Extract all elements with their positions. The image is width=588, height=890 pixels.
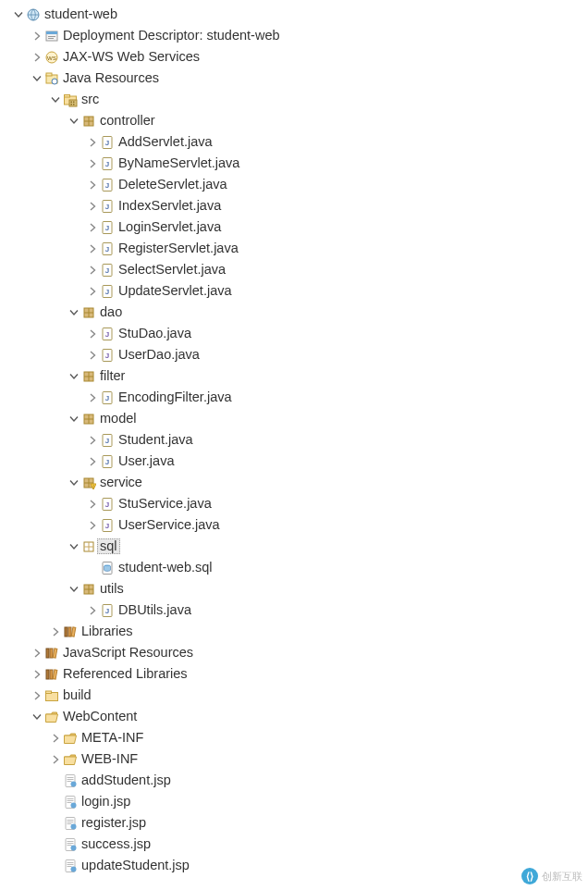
chevron-down-icon[interactable]: [67, 476, 81, 490]
tree-row[interactable]: JStudent.java: [0, 429, 588, 451]
chevron-right-icon[interactable]: [30, 50, 44, 65]
tree-row[interactable]: JUser.java: [0, 451, 588, 472]
tree-item-label: SelectServlet.java: [118, 263, 226, 277]
tree-row[interactable]: Libraries: [0, 621, 588, 642]
tree-row[interactable]: student-web.sql: [0, 557, 588, 578]
chevron-down-icon[interactable]: [67, 582, 81, 597]
tree-row[interactable]: WebContent: [0, 706, 588, 727]
tree-item-label: login.jsp: [81, 795, 130, 809]
chevron-right-icon[interactable]: [48, 624, 63, 639]
chevron-down-icon[interactable]: [67, 539, 81, 554]
chevron-right-icon[interactable]: [85, 454, 100, 469]
chevron-right-icon[interactable]: [85, 284, 100, 299]
tree-item-label: DeleteServlet.java: [118, 178, 227, 192]
chevron-right-icon[interactable]: [85, 199, 100, 214]
chevron-right-icon[interactable]: [85, 220, 100, 235]
tree-row[interactable]: controller: [0, 110, 588, 131]
chevron-right-icon[interactable]: [85, 156, 100, 171]
tree-row[interactable]: JByNameServlet.java: [0, 153, 588, 174]
jaxws-icon: ws: [44, 50, 59, 65]
tree-row[interactable]: success.jsp: [0, 834, 588, 855]
libraries-icon: [44, 667, 59, 682]
chevron-right-icon[interactable]: [30, 29, 44, 43]
tree-row[interactable]: register.jsp: [0, 812, 588, 834]
tree-row[interactable]: JUserService.java: [0, 514, 588, 536]
chevron-down-icon[interactable]: [67, 305, 81, 320]
tree-item-label: IndexServlet.java: [118, 199, 221, 213]
chevron-down-icon[interactable]: [11, 7, 26, 22]
tree-item-label: student-web: [44, 7, 117, 21]
tree-row[interactable]: wsJAX-WS Web Services: [0, 46, 588, 68]
tree-row[interactable]: JStuDao.java: [0, 323, 588, 344]
svg-rect-4: [48, 38, 54, 39]
chevron-right-icon[interactable]: [30, 646, 44, 661]
chevron-down-icon[interactable]: [30, 710, 44, 724]
tree-item-label: RegisterServlet.java: [118, 241, 239, 255]
tree-row[interactable]: student-web: [0, 4, 588, 25]
chevron-down-icon[interactable]: [48, 93, 63, 107]
chevron-right-icon[interactable]: [85, 497, 100, 512]
tree-row[interactable]: JAddServlet.java: [0, 131, 588, 153]
tree-row[interactable]: Java Resources: [0, 68, 588, 89]
jsp-file-icon: [63, 816, 78, 831]
tree-row[interactable]: JEncodingFilter.java: [0, 387, 588, 408]
svg-rect-76: [46, 649, 49, 658]
tree-item-label: StuService.java: [118, 497, 212, 511]
tree-row[interactable]: JUserDao.java: [0, 344, 588, 365]
tree-row[interactable]: JUpdateServlet.java: [0, 280, 588, 302]
tree-row[interactable]: model: [0, 408, 588, 429]
tree-row[interactable]: updateStudent.jsp: [0, 855, 588, 876]
tree-row[interactable]: sql: [0, 536, 588, 557]
chevron-right-icon[interactable]: [85, 241, 100, 256]
chevron-right-icon[interactable]: [85, 518, 100, 533]
tree-row[interactable]: src: [0, 89, 588, 110]
chevron-right-icon[interactable]: [30, 667, 44, 682]
tree-row[interactable]: JIndexServlet.java: [0, 195, 588, 216]
svg-rect-81: [53, 669, 57, 678]
svg-rect-14: [73, 101, 75, 103]
tree-item-label: controller: [100, 114, 155, 128]
svg-rect-13: [71, 101, 73, 103]
chevron-right-icon[interactable]: [30, 688, 44, 703]
chevron-right-icon[interactable]: [85, 327, 100, 341]
tree-row[interactable]: JavaScript Resources: [0, 642, 588, 663]
chevron-right-icon[interactable]: [85, 390, 100, 405]
tree-row[interactable]: filter: [0, 365, 588, 387]
chevron-down-icon[interactable]: [67, 114, 81, 129]
chevron-right-icon[interactable]: [48, 731, 63, 746]
java-file-icon: J: [100, 220, 115, 235]
tree-row[interactable]: login.jsp: [0, 791, 588, 812]
chevron-right-icon[interactable]: [85, 178, 100, 192]
tree-row[interactable]: JLoginServlet.java: [0, 216, 588, 238]
tree-row[interactable]: META-INF: [0, 727, 588, 748]
tree-row[interactable]: JDeleteServlet.java: [0, 174, 588, 195]
svg-rect-100: [67, 841, 74, 842]
svg-text:J: J: [105, 607, 109, 615]
chevron-right-icon[interactable]: [85, 263, 100, 278]
chevron-right-icon[interactable]: [85, 348, 100, 363]
project-explorer-tree[interactable]: student-webDeployment Descriptor: studen…: [0, 4, 588, 876]
chevron-right-icon[interactable]: [85, 433, 100, 448]
tree-item-label: updateStudent.jsp: [81, 859, 190, 872]
java-interface-icon: J: [100, 518, 115, 533]
chevron-right-icon[interactable]: [85, 603, 100, 618]
tree-row[interactable]: WEB-INF: [0, 748, 588, 770]
tree-row[interactable]: utils: [0, 578, 588, 600]
tree-row[interactable]: Referenced Libraries: [0, 663, 588, 685]
tree-row[interactable]: JStuService.java: [0, 493, 588, 514]
chevron-right-icon[interactable]: [85, 135, 100, 150]
chevron-down-icon[interactable]: [30, 71, 44, 86]
chevron-down-icon[interactable]: [67, 369, 81, 384]
chevron-down-icon[interactable]: [67, 412, 81, 426]
svg-rect-8: [46, 73, 52, 76]
tree-row[interactable]: JDBUtils.java: [0, 600, 588, 621]
tree-row[interactable]: !service: [0, 472, 588, 493]
tree-row[interactable]: JSelectServlet.java: [0, 259, 588, 280]
chevron-right-icon[interactable]: [48, 752, 63, 767]
tree-row[interactable]: addStudent.jsp: [0, 770, 588, 791]
tree-item-label: Java Resources: [63, 71, 159, 85]
tree-row[interactable]: Deployment Descriptor: student-web: [0, 25, 588, 46]
tree-row[interactable]: JRegisterServlet.java: [0, 238, 588, 259]
tree-row[interactable]: dao: [0, 302, 588, 323]
tree-row[interactable]: build: [0, 685, 588, 706]
